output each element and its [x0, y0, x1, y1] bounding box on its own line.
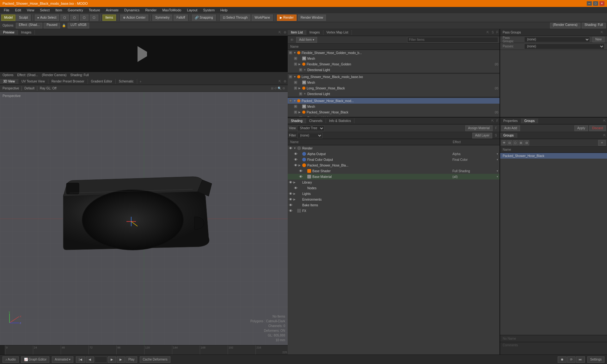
shading-item-nodes[interactable]: 👁 Nodes	[288, 185, 500, 191]
shading-item-base-material[interactable]: 👁 Base Material (all) ▾	[288, 174, 500, 179]
symmetry-btn[interactable]: Symmetry	[152, 15, 172, 21]
tab-uv-texture[interactable]: UV Texture View	[18, 79, 48, 84]
cache-deformers-btn[interactable]: Cache Deformers	[140, 356, 170, 363]
play-label-btn[interactable]: Play	[126, 356, 137, 363]
tab-channels[interactable]: Channels	[306, 118, 326, 123]
shading-expand-icon[interactable]: ⇱	[490, 119, 495, 123]
sh-expand-packed[interactable]: ▶	[298, 164, 302, 167]
list-item[interactable]: 👁 M Mesh	[288, 56, 500, 61]
3d-viewport[interactable]: Perspective X Y Z	[0, 92, 288, 345]
tab-item-list[interactable]: Item List	[288, 30, 306, 35]
menu-file[interactable]: File	[1, 8, 12, 13]
falloff-btn[interactable]: Falloff	[174, 15, 188, 21]
auto-select-btn[interactable]: ▸ Auto Select	[35, 15, 59, 21]
prev-frame-btn[interactable]: ◀	[86, 356, 94, 363]
minimize-button[interactable]: ─	[587, 1, 592, 6]
menu-render[interactable]: Render	[143, 8, 159, 13]
groups-new-btn[interactable]: +	[598, 140, 606, 146]
workplane-btn[interactable]: WorkPlane	[252, 15, 273, 21]
menu-maxtomodo[interactable]: MaxToModo	[160, 8, 184, 13]
shading-f-icon[interactable]: F	[494, 126, 498, 130]
list-item[interactable]: 👁 ▼ Long_Shower_Hose_Black_modo_base.lxo	[288, 74, 500, 80]
tab-properties[interactable]: Properties	[500, 118, 521, 123]
menu-help[interactable]: Help	[218, 8, 230, 13]
menu-dynamics[interactable]: Dynamics	[122, 8, 142, 13]
render-window-btn[interactable]: Render Window	[298, 15, 326, 21]
list-item[interactable]: 👁 ▶ Flexible_Shower_Hose_Golden (2)	[288, 61, 500, 67]
shading-item-fx[interactable]: 👁 FX	[288, 208, 500, 214]
shading-item-final-color[interactable]: 👁 Final Color Output Final Color ▾	[288, 157, 500, 162]
filter-items-input[interactable]	[407, 37, 498, 43]
shading-btn[interactable]: Shading: Full	[582, 23, 606, 28]
graph-editor-btn[interactable]: 📈 Graph Editor	[21, 356, 49, 363]
shading-item-packed[interactable]: 👁 ▶ Packed_Shower_Hose_Bla...	[288, 162, 500, 168]
paused-btn[interactable]: Paused	[44, 23, 60, 28]
select-through-btn[interactable]: ⊡ Select Through	[220, 15, 251, 21]
passes-select[interactable]: (none)	[524, 44, 604, 49]
groups-icon-btn-5[interactable]: ⊟	[524, 140, 529, 145]
sh-expand-envs[interactable]: ▶	[293, 198, 297, 201]
shading-s-icon[interactable]: S	[494, 134, 498, 137]
groups-icon-btn-1[interactable]: 👁	[501, 140, 506, 145]
shape-btn-3[interactable]: ⬡	[80, 15, 89, 21]
shading-content[interactable]: 👁 ▼ Render 👁 Alpha Ou	[288, 145, 500, 355]
tab-groups-inner[interactable]: Groups	[500, 133, 517, 138]
list-item[interactable]: 👁 ▶ Long_Shower_Hose_Black (2)	[288, 85, 500, 91]
shape-btn-2[interactable]: ⬡	[70, 15, 79, 21]
prev-keyframe-btn[interactable]: |◀	[76, 356, 85, 363]
menu-layout[interactable]: Layout	[184, 8, 200, 13]
tab-groups[interactable]: Groups	[521, 118, 538, 123]
tab-info-statistics[interactable]: Info & Statistics	[326, 118, 354, 123]
timeline-ruler[interactable]: 0 24 48 72 96 120 144 168 192 216 225	[5, 345, 288, 355]
maximize-button[interactable]: □	[593, 1, 598, 6]
preview-tab-images[interactable]: Images	[18, 30, 35, 35]
add-layer-btn[interactable]: Add Layer	[472, 133, 493, 138]
tab-gradient-editor[interactable]: Gradient Editor	[88, 79, 116, 84]
shading-item-base-shader[interactable]: 👁 Base Shader Full Shading ▾	[288, 168, 500, 174]
vp-icons[interactable]: ⊞ ↺ 🔍 ⚙	[271, 87, 285, 90]
play-btn[interactable]: ▶	[108, 356, 116, 363]
items-btn[interactable]: Items	[102, 15, 116, 21]
il-f-icon[interactable]: F	[495, 31, 500, 34]
sh-expand-render[interactable]: ▼	[293, 147, 297, 150]
tab-shading[interactable]: Shading	[288, 118, 306, 123]
shading-item-render[interactable]: 👁 ▼ Render	[288, 145, 500, 151]
action-center-btn[interactable]: ⊕ Action Center	[120, 15, 149, 21]
groups-content[interactable]: Packed_Shower_Hose_Black	[500, 153, 607, 335]
render-btn[interactable]: ▶ Render	[277, 15, 297, 21]
tab-schematic[interactable]: Schematic	[116, 79, 137, 84]
list-item[interactable]: 👁 ▼ Flexible_Shower_Hose_Golden_modo_b..…	[288, 50, 500, 56]
menu-system[interactable]: System	[200, 8, 217, 13]
discard-btn[interactable]: Discard	[589, 125, 606, 131]
sh-expand-library[interactable]: ▶	[293, 181, 297, 184]
lut-btn[interactable]: LUT: sRGB	[68, 23, 89, 28]
animated-btn[interactable]: Animated ▾	[52, 356, 73, 363]
menu-select[interactable]: Select	[37, 8, 52, 13]
pass-new-btn[interactable]: New	[592, 37, 604, 42]
expand-icon-7[interactable]: ▶	[298, 87, 302, 90]
shape-btn-4[interactable]: ⬡	[90, 15, 98, 21]
effect-btn[interactable]: Effect: (Shad...	[16, 23, 42, 28]
groups-icon-btn-2[interactable]: ⊡	[507, 140, 512, 145]
groups-expand-icon[interactable]: ⇱	[602, 134, 607, 137]
skip-btn[interactable]: ⏭	[576, 356, 585, 363]
audio-btn[interactable]: ♪ Audio	[3, 356, 19, 363]
list-item[interactable]: 👁 ▼ Packed_Shower_Hose_Black_mod...	[288, 98, 500, 104]
shading-item-lights[interactable]: 👁 ▶ Lights	[288, 191, 500, 197]
shading-item-library[interactable]: 👁 ▶ Library	[288, 179, 500, 185]
auto-add-btn[interactable]: Auto Add	[501, 125, 520, 131]
viewport-expand-icon[interactable]: ⇱	[277, 80, 282, 83]
props-expand-icon[interactable]: ⇱	[602, 119, 607, 123]
rec-btn[interactable]: ⏺	[558, 356, 567, 363]
menu-item[interactable]: Item	[53, 8, 64, 13]
preview-tab-preview[interactable]: Preview	[0, 30, 18, 35]
expand-icon-1[interactable]: ▼	[293, 51, 297, 54]
render-camera-btn[interactable]: (Render Camera)	[550, 23, 580, 28]
il-expand-icon[interactable]: ⇱	[485, 31, 490, 34]
expand-icon-3[interactable]: ▶	[298, 63, 302, 66]
expand-icon-11[interactable]: ▶	[298, 111, 302, 114]
sh-expand-lights[interactable]: ▶	[293, 192, 297, 195]
tab-vertex-map[interactable]: Vertex Map List	[323, 30, 352, 35]
preview-expand-icon[interactable]: ⇱	[277, 31, 282, 34]
pass-expand-icon[interactable]: ⇱	[599, 31, 604, 34]
